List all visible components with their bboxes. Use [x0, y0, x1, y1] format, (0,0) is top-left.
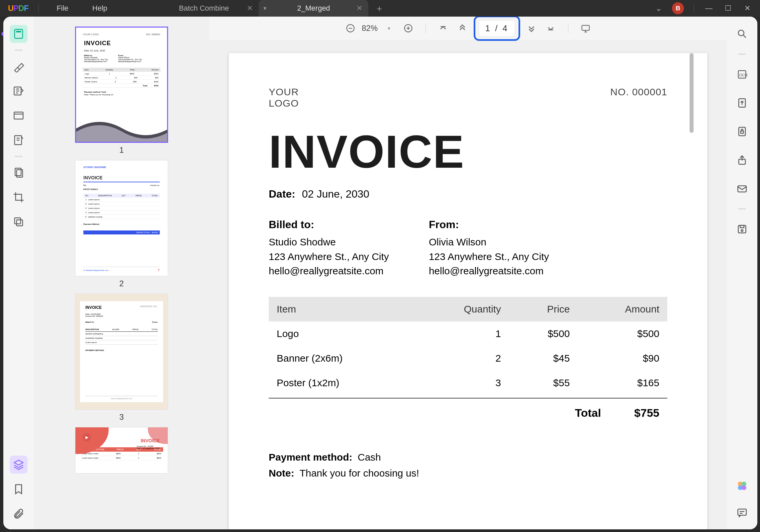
svg-point-26: [742, 486, 746, 490]
table-row: Logo1$500$500: [269, 321, 667, 346]
tab-batch-combine[interactable]: Batch Combine ✕: [149, 0, 259, 17]
last-page-button[interactable]: [543, 20, 559, 36]
invoice-title: INVOICE: [269, 125, 667, 179]
tab-strip: Batch Combine ✕ ▾ 2_Merged ✕ ＋: [149, 0, 384, 17]
page-tool-icon[interactable]: [10, 107, 28, 125]
svg-rect-17: [741, 131, 744, 133]
thumb-number: 3: [119, 412, 124, 422]
from-block: From: Olivia Wilson 123 Anywhere St., An…: [429, 217, 549, 278]
thumbnail-3[interactable]: INVOICE WARDIERE INC. Date: 15.08.2022In…: [75, 294, 168, 422]
app-logo: UPDF: [4, 4, 32, 13]
svg-rect-7: [15, 218, 21, 224]
close-icon[interactable]: ✕: [247, 4, 253, 13]
left-rail: [3, 17, 34, 529]
chevron-down-icon[interactable]: ⌄: [655, 4, 662, 13]
thumb-number: 1: [119, 145, 124, 155]
separator: [15, 49, 23, 51]
svg-rect-19: [738, 186, 746, 192]
chevron-down-icon[interactable]: ▾: [263, 5, 266, 12]
separator: [738, 53, 746, 55]
email-icon[interactable]: [733, 180, 751, 198]
separator: [738, 208, 746, 210]
new-tab-button[interactable]: ＋: [375, 3, 384, 14]
crop-tool-icon[interactable]: [10, 188, 28, 206]
maximize-button[interactable]: ☐: [723, 4, 733, 13]
thumbnails-tool-icon[interactable]: [10, 25, 28, 43]
edit-text-tool-icon[interactable]: [10, 82, 28, 100]
zoom-out-button[interactable]: [342, 20, 358, 36]
save-icon[interactable]: [733, 220, 751, 238]
page-indicator-wrap: 1 / 4: [474, 17, 520, 41]
zoom-dropdown-icon[interactable]: ▾: [381, 20, 397, 36]
thumb-number: 2: [119, 279, 124, 288]
menu-help[interactable]: Help: [80, 4, 119, 13]
tab-2-merged[interactable]: ▾ 2_Merged ✕: [259, 0, 368, 17]
right-rail: OCR: [727, 17, 757, 529]
ai-assistant-icon[interactable]: [733, 477, 751, 495]
close-button[interactable]: ✕: [743, 4, 752, 13]
separator: [15, 156, 23, 157]
layers-tool-icon[interactable]: [10, 213, 28, 231]
separator: [568, 23, 568, 33]
prev-page-button[interactable]: [454, 20, 470, 36]
thumbnail-4[interactable]: ▶ INVOICE Invoice No : 01234Date : 26 se…: [75, 427, 168, 474]
bookmark-icon[interactable]: [10, 480, 28, 498]
separator: [426, 23, 426, 33]
search-icon[interactable]: [733, 25, 751, 43]
logo-line2: LOGO: [269, 98, 299, 109]
thumbnail-1[interactable]: YOUR LOGONO. 000001 INVOICE Date: 02 Jun…: [75, 27, 168, 155]
attachment-icon[interactable]: [10, 505, 28, 523]
minimize-button[interactable]: —: [704, 4, 713, 13]
share-icon[interactable]: [733, 151, 751, 169]
svg-point-22: [741, 229, 743, 231]
scrollbar[interactable]: [690, 53, 694, 133]
svg-rect-21: [740, 225, 744, 228]
form-tool-icon[interactable]: [10, 131, 28, 149]
page-indicator-input[interactable]: 1 / 4: [479, 20, 515, 37]
comment-icon[interactable]: [733, 503, 751, 521]
svg-rect-8: [17, 220, 23, 226]
svg-text:OCR: OCR: [739, 73, 748, 77]
table-row: Banner (2x6m)2$45$90: [269, 346, 667, 371]
invoice-table: Item Quantity Price Amount Logo1$500$500…: [269, 297, 667, 395]
avatar[interactable]: B: [672, 2, 684, 14]
svg-rect-3: [14, 112, 23, 119]
svg-rect-16: [739, 127, 745, 136]
table-row: Poster (1x2m)3$55$165: [269, 371, 667, 395]
highlight-tool-icon[interactable]: [10, 57, 28, 75]
close-icon[interactable]: ✕: [356, 4, 362, 13]
thumbnail-2[interactable]: STUDIO SHODWE INVOICE To:Invoice no. EST…: [75, 160, 168, 288]
tab-label: Batch Combine: [179, 4, 229, 13]
invoice-total: Total$755: [269, 398, 667, 419]
svg-rect-27: [738, 509, 746, 515]
first-page-button[interactable]: [435, 20, 451, 36]
titlebar: UPDF File Help Batch Combine ✕ ▾ 2_Merge…: [0, 0, 760, 17]
document-viewer: 82% ▾ 1 / 4: [209, 17, 727, 529]
protect-icon[interactable]: [733, 123, 751, 140]
app-body: YOUR LOGONO. 000001 INVOICE Date: 02 Jun…: [3, 17, 757, 529]
next-page-button[interactable]: [523, 20, 539, 36]
menu-file[interactable]: File: [45, 4, 80, 13]
export-icon[interactable]: [733, 94, 751, 112]
svg-rect-11: [582, 25, 590, 30]
svg-rect-0: [15, 30, 23, 39]
presentation-icon[interactable]: [578, 20, 594, 36]
billed-to-block: Billed to: Studio Shodwe 123 Anywhere St…: [269, 217, 389, 278]
zoom-level: 82%: [362, 24, 378, 33]
separator: [694, 5, 694, 12]
thumbnail-panel: YOUR LOGONO. 000001 INVOICE Date: 02 Jun…: [34, 17, 209, 529]
viewer-toolbar: 82% ▾ 1 / 4: [209, 17, 727, 40]
document-page: YOUR LOGO NO. 000001 INVOICE Date:02 Jun…: [229, 53, 707, 529]
invoice-date: Date:02 June, 2030: [269, 188, 667, 200]
separator: [38, 5, 39, 12]
ocr-icon[interactable]: OCR: [733, 65, 751, 83]
svg-point-12: [738, 30, 744, 36]
zoom-in-button[interactable]: [400, 20, 416, 36]
document-scroll[interactable]: YOUR LOGO NO. 000001 INVOICE Date:02 Jun…: [209, 40, 727, 529]
copy-pages-icon[interactable]: [10, 164, 28, 182]
layers-panel-icon[interactable]: [10, 456, 28, 474]
invoice-number: NO. 000001: [610, 86, 667, 109]
logo-line1: YOUR: [269, 86, 299, 98]
svg-rect-1: [16, 31, 21, 33]
titlebar-right: ⌄ B — ☐ ✕: [655, 2, 756, 14]
